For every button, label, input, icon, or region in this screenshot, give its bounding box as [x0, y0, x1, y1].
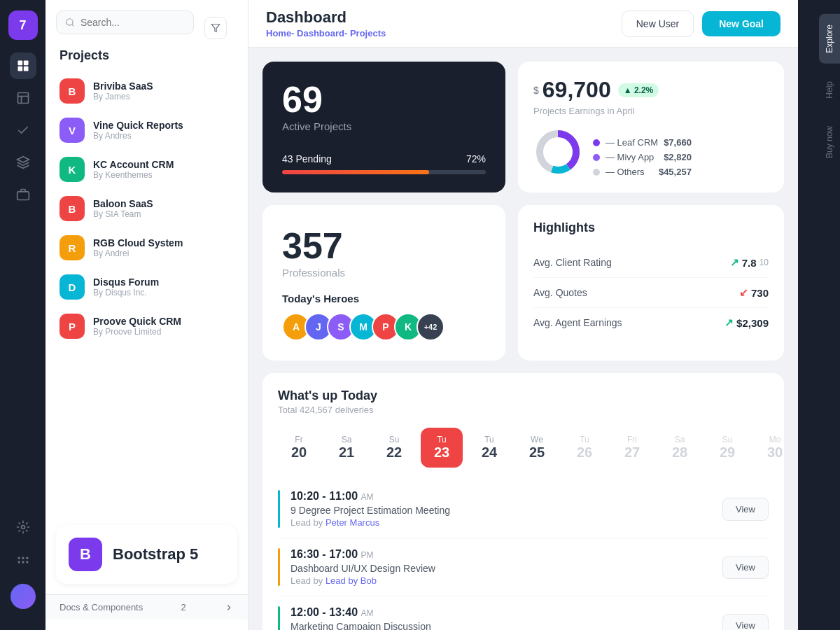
calendar-day[interactable]: Tu 23: [421, 428, 463, 468]
project-info: KC Account CRM By Keenthemes: [93, 159, 174, 180]
search-row: [46, 10, 248, 45]
calendar-day[interactable]: Tu 26: [564, 428, 606, 468]
project-info: Briviba SaaS By James: [93, 80, 153, 102]
sidebar-icon-grid2[interactable]: [10, 549, 36, 575]
project-item-baloon[interactable]: B Baloon SaaS By SIA Team: [46, 189, 248, 228]
header-left: Dashboard Home- Dashboard- Projects: [266, 8, 386, 38]
professionals-count: 357: [282, 225, 486, 267]
filter-button[interactable]: [204, 17, 227, 39]
active-label: Active Projects: [282, 120, 486, 132]
sidebar-icon-check[interactable]: [10, 117, 36, 144]
event-title: Marketing Campaign Discussion: [290, 621, 431, 630]
chart-legend: — Leaf CRM $7,660 — Mivy App $2,820 — Ot…: [593, 137, 692, 177]
event-title: 9 Degree Project Estimation Meeting: [290, 505, 450, 516]
project-item-disqus[interactable]: D Disqus Forum By Disqus Inc.: [46, 267, 248, 307]
calendar-day[interactable]: Tu 24: [468, 428, 510, 468]
calendar-day[interactable]: We 25: [516, 428, 558, 468]
event-view-button[interactable]: View: [722, 556, 769, 579]
calendar-day[interactable]: Fr 20: [278, 428, 320, 468]
project-logo: B: [59, 78, 85, 104]
svg-point-14: [22, 561, 24, 563]
legend-item: — Mivy App $2,820: [593, 152, 692, 162]
professionals-card: 357 Professionals Today's Heroes AJSMPK+…: [262, 205, 505, 360]
breadcrumb-home[interactable]: Home-: [266, 28, 294, 38]
event-ampm: AM: [361, 608, 374, 618]
dashboard-grid: 69 Active Projects 43 Pending 72% $ 69,7…: [248, 48, 798, 630]
breadcrumb: Home- Dashboard- Projects: [266, 28, 386, 38]
day-name: Mo: [769, 435, 781, 444]
legend-dot: [593, 139, 600, 146]
legend-amount: $45,257: [659, 167, 692, 177]
event-ampm: PM: [361, 550, 374, 560]
help-tab[interactable]: Help: [819, 71, 840, 109]
progress-bar: [282, 170, 486, 174]
event-view-button[interactable]: View: [722, 614, 769, 631]
explore-tab[interactable]: Explore: [819, 14, 840, 64]
svg-rect-8: [17, 192, 29, 200]
project-name: Disqus Forum: [93, 276, 159, 288]
event-view-button[interactable]: View: [722, 498, 769, 521]
svg-point-9: [21, 526, 24, 529]
event-item: 12:00 - 13:40 AM Marketing Campaign Disc…: [278, 596, 769, 630]
event-time: 12:00 - 13:40 AM: [290, 606, 431, 619]
project-name: Vine Quick Reports: [93, 120, 183, 131]
project-item-briviba[interactable]: B Briviba SaaS By James: [46, 71, 248, 111]
buy-now-tab[interactable]: Buy now: [819, 115, 840, 169]
calendar-day[interactable]: Sa 21: [326, 428, 368, 468]
day-name: We: [531, 435, 543, 444]
event-time: 16:30 - 17:00 PM: [290, 548, 435, 561]
event-title: Dashboard UI/UX Design Review: [290, 563, 435, 574]
bootstrap-logo: B: [69, 538, 102, 571]
calendar-day[interactable]: Su 22: [373, 428, 415, 468]
new-goal-button[interactable]: New Goal: [702, 11, 780, 36]
calendar-day[interactable]: Sa 28: [659, 428, 701, 468]
earnings-amount: 69,700: [542, 77, 611, 103]
legend-label: — Mivy App: [606, 152, 654, 162]
event-details: 12:00 - 13:40 AM Marketing Campaign Disc…: [290, 606, 431, 630]
day-name: Tu: [580, 435, 589, 444]
project-logo: V: [59, 118, 85, 143]
sidebar-icon-chart[interactable]: [10, 85, 36, 111]
project-name: Baloon SaaS: [93, 198, 153, 209]
breadcrumb-dashboard[interactable]: Dashboard-: [297, 28, 347, 38]
calendar-day[interactable]: Mo 30: [754, 428, 796, 468]
project-item-kc[interactable]: K KC Account CRM By Keenthemes: [46, 150, 248, 189]
search-input[interactable]: [80, 17, 185, 28]
day-name: Sa: [675, 435, 685, 444]
hero-avatar: +42: [416, 313, 444, 341]
highlight-row: Avg. Quotes ↙ 730: [533, 278, 769, 308]
docs-count: 2: [181, 602, 186, 612]
new-user-button[interactable]: New User: [622, 10, 694, 37]
event-lead-link[interactable]: Peter Marcus: [326, 517, 379, 528]
event-ampm: AM: [361, 492, 374, 502]
earnings-card: $ 69,700 ▲ 2.2% Projects Earnings in Apr…: [518, 62, 784, 192]
professionals-label: Professionals: [282, 267, 486, 279]
user-avatar[interactable]: [10, 584, 36, 609]
search-bar[interactable]: [56, 10, 194, 34]
main-content: Dashboard Home- Dashboard- Projects New …: [248, 0, 798, 630]
sidebar-icon-settings[interactable]: [10, 514, 36, 540]
bootstrap-title: Bootstrap 5: [113, 545, 198, 564]
project-item-proove[interactable]: P Proove Quick CRM By Proove Limited: [46, 307, 248, 346]
project-by: By SIA Team: [93, 209, 153, 219]
docs-bar[interactable]: Docs & Components 2: [46, 594, 248, 620]
project-item-rgb[interactable]: R RGB Cloud System By Andrei: [46, 228, 248, 267]
calendar-day[interactable]: Su 29: [706, 428, 748, 468]
project-info: Baloon SaaS By SIA Team: [93, 198, 153, 219]
project-item-vine[interactable]: V Vine Quick Reports By Andres: [46, 111, 248, 150]
user-badge[interactable]: 7: [8, 10, 38, 40]
sidebar-icon-layers[interactable]: [10, 149, 36, 176]
day-num: 30: [767, 444, 783, 461]
search-icon: [65, 17, 75, 28]
legend-amount: $2,820: [664, 152, 692, 162]
project-name: RGB Cloud System: [93, 237, 183, 248]
svg-marker-7: [17, 157, 29, 162]
right-panel: Explore Help Buy now: [798, 0, 840, 630]
sidebar-icon-grid[interactable]: [10, 52, 36, 79]
progress-fill: [282, 170, 429, 174]
calendar-day[interactable]: Fri 27: [611, 428, 653, 468]
event-lead-link[interactable]: Lead by Bob: [326, 575, 377, 586]
project-logo: K: [59, 157, 85, 182]
project-by: By Andrei: [93, 248, 183, 258]
sidebar-icon-briefcase[interactable]: [10, 181, 36, 208]
